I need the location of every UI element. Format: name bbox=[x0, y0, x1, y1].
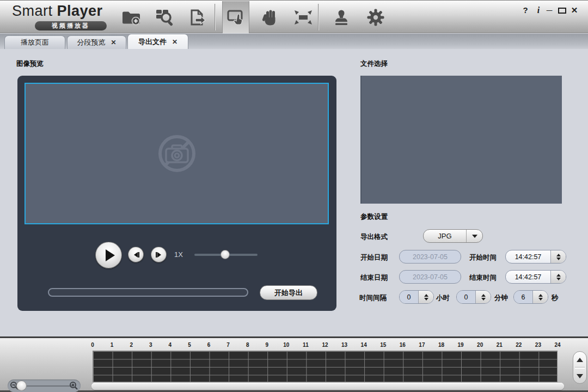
open-folder-button[interactable] bbox=[119, 2, 143, 33]
start-export-button[interactable]: 开始导出 bbox=[260, 285, 317, 300]
start-time-spinner[interactable] bbox=[551, 250, 566, 263]
stamp-icon bbox=[333, 9, 350, 26]
file-select-title: 文件选择 bbox=[360, 59, 388, 69]
timeline-hour-label: 13 bbox=[341, 342, 347, 348]
scroll-up-button[interactable] bbox=[573, 353, 586, 367]
tab-bar: 播放页面 分段预览 ✕ 导出文件 ✕ bbox=[0, 34, 588, 49]
close-button[interactable]: ✕ bbox=[569, 5, 579, 15]
end-date-value: 2023-07-05 bbox=[400, 271, 461, 283]
timeline-hour-label: 19 bbox=[458, 342, 464, 348]
next-frame-button[interactable] bbox=[151, 247, 167, 262]
end-time-field[interactable]: 14:42:57 bbox=[505, 270, 566, 284]
about-button[interactable]: i bbox=[534, 5, 543, 15]
timeline-hour-label: 2 bbox=[130, 342, 133, 348]
timeline-hour-label: 8 bbox=[246, 342, 249, 348]
timeline-hscrollbar[interactable] bbox=[91, 383, 564, 390]
timeline-hour-label: 10 bbox=[283, 342, 289, 348]
tab-export-file[interactable]: 导出文件 ✕ bbox=[127, 34, 188, 49]
play-button[interactable] bbox=[95, 242, 122, 268]
tab-label: 导出文件 bbox=[138, 37, 167, 47]
tab-segment-preview[interactable]: 分段预览 ✕ bbox=[67, 35, 126, 49]
hand-icon bbox=[261, 9, 278, 26]
player-panel: 1X 开始导出 bbox=[17, 76, 336, 311]
end-time-spinner[interactable] bbox=[551, 271, 566, 283]
timeline-hour-label: 23 bbox=[535, 342, 541, 348]
timeline-hour-label: 1 bbox=[111, 342, 114, 348]
select-tool-button[interactable] bbox=[222, 1, 249, 33]
interval-hours-field[interactable]: 0 bbox=[399, 290, 434, 304]
start-date-field[interactable]: 2023-07-05 bbox=[399, 250, 461, 264]
tab-close-icon[interactable]: ✕ bbox=[111, 39, 116, 46]
timeline-zoom-control bbox=[8, 379, 81, 392]
dropdown-arrow-icon bbox=[466, 230, 482, 242]
interval-minutes-field[interactable]: 0 bbox=[456, 290, 491, 304]
timeline-grid[interactable] bbox=[93, 351, 558, 382]
interval-minutes-spinner[interactable] bbox=[476, 291, 491, 303]
help-button[interactable]: ? bbox=[520, 5, 530, 15]
interval-seconds-field[interactable]: 6 bbox=[513, 290, 548, 304]
timeline-hour-label: 16 bbox=[400, 342, 406, 348]
file-select-box[interactable] bbox=[360, 76, 562, 204]
step-back-icon bbox=[132, 252, 140, 258]
vscroll-divider bbox=[575, 367, 585, 369]
interval-minutes-value: 0 bbox=[457, 291, 475, 303]
export-format-value: JPG bbox=[424, 230, 466, 242]
export-file-button[interactable] bbox=[186, 2, 210, 33]
speed-label: 1X bbox=[174, 250, 183, 259]
start-time-field[interactable]: 14:42:57 bbox=[505, 250, 566, 264]
timeline-hour-label: 12 bbox=[322, 342, 328, 348]
export-progress-bar bbox=[48, 288, 248, 297]
titlebar: Smart Player 视频播放器 bbox=[0, 0, 588, 33]
arrow-down-icon bbox=[577, 374, 583, 378]
brand-subtitle: 视频播放器 bbox=[52, 22, 90, 30]
select-pointer-icon bbox=[226, 9, 245, 26]
watermark-stamp-button[interactable] bbox=[329, 2, 353, 33]
tab-play-page[interactable]: 播放页面 bbox=[4, 35, 65, 49]
export-format-label: 导出格式 bbox=[360, 232, 388, 242]
hours-unit-label: 小时 bbox=[436, 293, 450, 303]
fit-screen-button[interactable] bbox=[291, 2, 315, 33]
prev-frame-button[interactable] bbox=[128, 247, 144, 262]
timeline-hour-label: 11 bbox=[303, 342, 309, 348]
end-date-field[interactable]: 2023-07-05 bbox=[399, 270, 461, 284]
timeline-hour-label: 24 bbox=[554, 342, 560, 348]
timeline-hour-label: 15 bbox=[380, 342, 386, 348]
segment-search-icon bbox=[155, 9, 174, 26]
hand-tool-button[interactable] bbox=[258, 2, 281, 33]
play-icon bbox=[106, 249, 115, 261]
end-time-value: 14:42:57 bbox=[506, 271, 550, 283]
minimize-button[interactable]: ─ bbox=[544, 5, 554, 15]
timeline-hour-label: 22 bbox=[516, 342, 522, 348]
timeline-hour-label: 3 bbox=[149, 342, 152, 348]
timeline-hour-label: 9 bbox=[265, 342, 268, 348]
start-time-label: 开始时间 bbox=[469, 253, 497, 262]
interval-hours-spinner[interactable] bbox=[419, 291, 433, 303]
arrow-up-icon bbox=[577, 358, 583, 362]
timeline-hour-label: 0 bbox=[91, 342, 94, 348]
speed-slider-thumb[interactable] bbox=[220, 250, 230, 259]
start-date-label: 开始日期 bbox=[360, 253, 388, 262]
timeline-vscroll bbox=[573, 351, 587, 384]
folder-plus-icon bbox=[121, 9, 141, 26]
scroll-down-button[interactable] bbox=[573, 369, 586, 383]
interval-label: 时间间隔 bbox=[359, 293, 387, 303]
tab-close-icon[interactable]: ✕ bbox=[172, 39, 177, 45]
app-logo: Smart Player bbox=[12, 3, 103, 20]
timeline-hour-label: 7 bbox=[226, 342, 230, 348]
interval-seconds-spinner[interactable] bbox=[533, 291, 548, 303]
preview-area bbox=[24, 83, 329, 224]
timeline-hour-label: 4 bbox=[169, 342, 172, 348]
export-format-select[interactable]: JPG bbox=[423, 229, 483, 243]
tab-label: 分段预览 bbox=[77, 38, 105, 47]
timeline-hour-label: 20 bbox=[477, 342, 483, 348]
end-time-label: 结束时间 bbox=[469, 273, 497, 283]
start-time-value: 14:42:57 bbox=[506, 250, 550, 263]
timeline-zoom-thumb[interactable] bbox=[16, 381, 27, 391]
start-export-label: 开始导出 bbox=[274, 288, 303, 298]
segment-search-button[interactable] bbox=[152, 2, 176, 33]
settings-button[interactable] bbox=[364, 2, 388, 33]
gear-icon bbox=[366, 8, 385, 27]
maximize-button[interactable] bbox=[558, 8, 566, 14]
timeline-hour-label: 5 bbox=[188, 342, 191, 348]
zoom-in-icon[interactable] bbox=[69, 381, 78, 390]
